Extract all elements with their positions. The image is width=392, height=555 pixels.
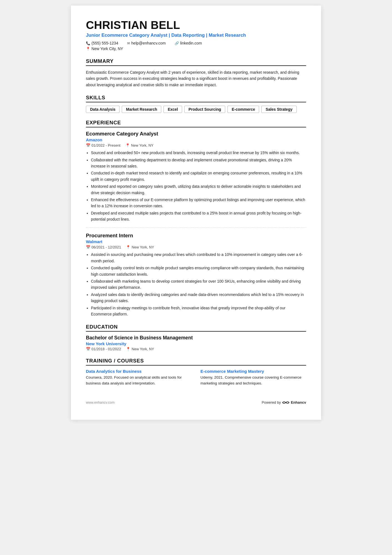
education-section: EDUCATION Bachelor of Science in Busines… bbox=[86, 324, 306, 351]
email-address: help@enhancv.com bbox=[131, 41, 166, 45]
job-bullets: Sourced and onboarded 50+ new products a… bbox=[86, 150, 306, 222]
edu-school: New York University bbox=[86, 341, 306, 346]
calendar-icon: 📅 bbox=[86, 143, 90, 147]
bullet-item: Enhanced the effectiveness of our E-comm… bbox=[91, 197, 306, 209]
phone-contact: 📞 (555) 555-1234 bbox=[86, 41, 118, 45]
training-grid: Data Analytics for Business Coursera, 20… bbox=[86, 369, 306, 386]
bullet-item: Analyzed sales data to identify declinin… bbox=[91, 292, 306, 304]
bullet-item: Collaborated with the marketing departme… bbox=[91, 157, 306, 169]
enhancv-logo-icon bbox=[282, 400, 290, 405]
candidate-name: CHRISTIAN BELL bbox=[86, 19, 306, 31]
job-location: 📍 New York, NY bbox=[126, 245, 154, 249]
summary-section: SUMMARY Enthusiastic Ecommerce Category … bbox=[86, 58, 306, 88]
pin-icon: 📍 bbox=[125, 143, 130, 147]
training-item-title: E-commerce Marketing Mastery bbox=[200, 369, 306, 374]
location-icon: 📍 bbox=[86, 47, 90, 51]
link-icon: 🔗 bbox=[175, 41, 179, 45]
edu-location: 📍 New York, NY bbox=[126, 347, 154, 351]
bullet-item: Conducted in-depth market trend research… bbox=[91, 170, 306, 182]
pin-icon: 📍 bbox=[126, 347, 130, 351]
experience-title: EXPERIENCE bbox=[86, 120, 306, 127]
brand-name: Enhancv bbox=[291, 400, 306, 404]
footer-website: www.enhancv.com bbox=[86, 401, 115, 404]
resume-page: CHRISTIAN BELL Junior Ecommerce Category… bbox=[71, 6, 321, 420]
job-bullets: Assisted in sourcing and purchasing new … bbox=[86, 251, 306, 317]
location-text: New York City, NY bbox=[91, 46, 123, 51]
skill-tag: Product Sourcing bbox=[184, 106, 225, 113]
linkedin-url: linkedin.com bbox=[180, 41, 202, 45]
summary-title: SUMMARY bbox=[86, 58, 306, 66]
experience-block: Ecommerce Category Analyst Amazon 📅 01/2… bbox=[86, 131, 306, 222]
bullet-item: Collaborated with marketing teams to dev… bbox=[91, 278, 306, 291]
training-item: Data Analytics for Business Coursera, 20… bbox=[86, 369, 192, 386]
training-title: TRAINING / COURSES bbox=[86, 358, 306, 366]
skill-tag: E-commerce bbox=[227, 106, 259, 113]
bullet-item: Developed and executed multiple sales pr… bbox=[91, 210, 306, 223]
job-date: 📅 01/2022 - Present bbox=[86, 143, 120, 147]
skill-tag: Market Research bbox=[122, 106, 161, 113]
job-location: 📍 New York, NY bbox=[125, 143, 153, 147]
training-item-desc: Udemy, 2021. Comprehensive course coveri… bbox=[200, 374, 306, 386]
training-item: E-commerce Marketing Mastery Udemy, 2021… bbox=[200, 369, 306, 386]
experience-section: EXPERIENCE Ecommerce Category Analyst Am… bbox=[86, 120, 306, 317]
skill-tag: Excel bbox=[163, 106, 182, 113]
bullet-item: Sourced and onboarded 50+ new products a… bbox=[91, 150, 306, 156]
skills-title: SKILLS bbox=[86, 95, 306, 102]
bullet-item: Assisted in sourcing and purchasing new … bbox=[91, 251, 306, 264]
experience-divider bbox=[86, 227, 306, 228]
company-name: Walmart bbox=[86, 239, 306, 244]
calendar-icon: 📅 bbox=[86, 245, 90, 249]
location-contact: 📍 New York City, NY bbox=[86, 46, 123, 51]
phone-number: (555) 555-1234 bbox=[91, 41, 118, 45]
skills-list: Data AnalysisMarket ResearchExcelProduct… bbox=[86, 106, 306, 113]
job-title: Procurement Intern bbox=[86, 233, 306, 239]
job-meta: 📅 06/2021 - 12/2021 📍 New York, NY bbox=[86, 245, 306, 249]
candidate-title: Junior Ecommerce Category Analyst | Data… bbox=[86, 33, 306, 38]
company-name: Amazon bbox=[86, 137, 306, 142]
footer: www.enhancv.com Powered by Enhancv bbox=[86, 398, 306, 405]
edu-meta: 📅 01/2018 - 01/2022 📍 New York, NY bbox=[86, 347, 306, 351]
training-item-title: Data Analytics for Business bbox=[86, 369, 192, 374]
skill-tag: Sales Strategy bbox=[261, 106, 297, 113]
pin-icon: 📍 bbox=[126, 245, 130, 249]
footer-logo: Powered by Enhancv bbox=[262, 400, 306, 405]
training-section: TRAINING / COURSES Data Analytics for Bu… bbox=[86, 358, 306, 386]
job-date: 📅 06/2021 - 12/2021 bbox=[86, 245, 121, 249]
training-item-desc: Coursera, 2020. Focused on analytical sk… bbox=[86, 374, 192, 386]
phone-icon: 📞 bbox=[86, 41, 90, 45]
linkedin-contact[interactable]: 🔗 linkedin.com bbox=[175, 41, 202, 45]
edu-date: 📅 01/2018 - 01/2022 bbox=[86, 347, 121, 351]
header: CHRISTIAN BELL Junior Ecommerce Category… bbox=[86, 19, 306, 51]
experience-block: Procurement Intern Walmart 📅 06/2021 - 1… bbox=[86, 233, 306, 317]
calendar-icon: 📅 bbox=[86, 347, 90, 351]
skills-section: SKILLS Data AnalysisMarket ResearchExcel… bbox=[86, 95, 306, 113]
bullet-item: Participated in strategy meetings to con… bbox=[91, 305, 306, 317]
job-meta: 📅 01/2022 - Present 📍 New York, NY bbox=[86, 143, 306, 147]
skill-tag: Data Analysis bbox=[86, 106, 120, 113]
bullet-item: Conducted quality control tests on multi… bbox=[91, 265, 306, 277]
edu-degree: Bachelor of Science in Business Manageme… bbox=[86, 335, 306, 341]
contact-row: 📞 (555) 555-1234 ✉ help@enhancv.com 🔗 li… bbox=[86, 41, 306, 46]
email-contact: ✉ help@enhancv.com bbox=[127, 41, 166, 45]
location-row: 📍 New York City, NY bbox=[86, 46, 306, 51]
summary-text: Enthusiastic Ecommerce Category Analyst … bbox=[86, 69, 306, 88]
job-title: Ecommerce Category Analyst bbox=[86, 131, 306, 137]
education-title: EDUCATION bbox=[86, 324, 306, 332]
bullet-item: Monitored and reported on category sales… bbox=[91, 183, 306, 196]
powered-by-text: Powered by bbox=[262, 400, 281, 404]
email-icon: ✉ bbox=[127, 41, 130, 45]
